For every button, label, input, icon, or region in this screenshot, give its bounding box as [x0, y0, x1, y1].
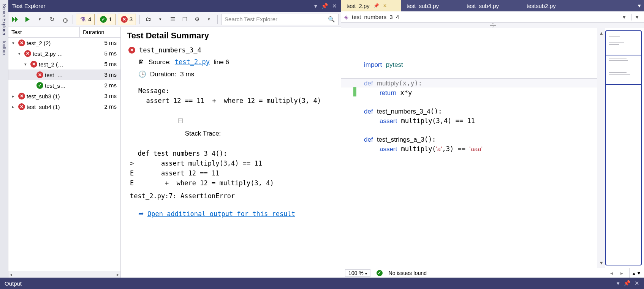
- stack-body: def test_numbers_3_4(): > assert multipl…: [130, 148, 335, 188]
- test-tree-item[interactable]: ▸✕test_sub3 (1)3 ms: [8, 91, 120, 101]
- pass-icon: ✓: [36, 82, 43, 89]
- editor-tab[interactable]: test_sub3.py: [401, 0, 461, 11]
- fail-icon: ✕: [36, 71, 43, 78]
- source-link[interactable]: test_2.py: [175, 58, 210, 66]
- open-output-link[interactable]: Open additional output for this result: [147, 210, 295, 218]
- zoom-level[interactable]: 100 % ▾: [345, 269, 370, 277]
- message-body: assert 12 == 11 + where 12 = multiply(3,…: [138, 96, 335, 106]
- tree-header: Test Duration: [8, 27, 120, 38]
- error-line: test_2.py:7: AssertionError: [130, 191, 335, 201]
- close-icon[interactable]: ✕: [332, 3, 337, 9]
- test-tree-item[interactable]: ▾✕test_2 (…5 ms: [8, 59, 120, 69]
- stop-icon[interactable]: [59, 14, 69, 25]
- fail-icon: ✕: [24, 50, 31, 57]
- columns-icon[interactable]: ❐: [180, 14, 190, 25]
- scroll-left-icon[interactable]: ◂: [610, 270, 613, 276]
- editor-tab[interactable]: test_sub4.py: [461, 0, 521, 11]
- expander-icon[interactable]: ▾: [24, 62, 29, 67]
- window-menu-icon[interactable]: ▾: [314, 3, 317, 9]
- scroll-up-icon[interactable]: ▴: [600, 30, 603, 36]
- pin-icon[interactable]: 📌: [623, 280, 631, 287]
- test-label: test_2 (…: [39, 61, 63, 68]
- server-explorer-tab[interactable]: Server Explorer: [2, 2, 7, 38]
- fail-icon: ✕: [18, 93, 25, 99]
- collapsed-tool-windows[interactable]: Server Explorer Toolbox: [0, 0, 8, 278]
- editor-tab[interactable]: testsub2.py: [521, 0, 581, 11]
- pass-icon: ✓: [100, 16, 107, 23]
- tab-label: test_sub3.py: [407, 3, 439, 9]
- search-input[interactable]: Search Test Explorer 🔍: [221, 14, 339, 25]
- group-by-icon[interactable]: ☰: [168, 14, 177, 25]
- filter-total[interactable]: ⚗ 4: [76, 14, 95, 25]
- scroll-right-icon[interactable]: ▸: [620, 270, 623, 276]
- scroll-up-icon[interactable]: ▴: [633, 270, 635, 276]
- svg-rect-1: [64, 19, 66, 22]
- window-menu-icon[interactable]: ▾: [617, 280, 620, 287]
- duration-label: Duration:: [150, 71, 176, 78]
- close-icon[interactable]: ✕: [635, 280, 639, 287]
- message-label: Message:: [138, 86, 335, 96]
- collapse-icon[interactable]: −: [178, 118, 183, 123]
- tab-label: test_sub4.py: [467, 3, 499, 9]
- detail-test-name: test_numbers_3_4: [139, 45, 201, 55]
- test-explorer-titlebar: Test Explorer ▾ 📌 ✕: [8, 0, 341, 12]
- clock-icon: 🕓: [138, 70, 146, 78]
- test-tree-item[interactable]: ▾✕test_2.py …5 ms: [8, 48, 120, 59]
- pin-icon[interactable]: 📌: [321, 3, 328, 9]
- tree-scrollbar[interactable]: ◂▸: [8, 271, 120, 278]
- editor-navbar: ◈ test_numbers_3_4 ▾ ▾: [341, 11, 644, 23]
- change-marker: [353, 87, 356, 96]
- test-duration: 2 ms: [82, 103, 120, 110]
- pass-icon: ✓: [377, 270, 383, 276]
- run-dropdown-icon[interactable]: ▾: [35, 14, 45, 25]
- pin-icon[interactable]: 📌: [373, 3, 379, 8]
- test-tree-item[interactable]: ✓test_s…2 ms: [8, 80, 120, 91]
- test-label: test_2.py …: [33, 51, 63, 57]
- repeat-icon[interactable]: ↻: [47, 14, 57, 25]
- col-duration[interactable]: Duration: [79, 27, 120, 37]
- run-icon[interactable]: [23, 14, 33, 25]
- tabbar-overflow-icon[interactable]: ▾: [638, 2, 641, 9]
- playlist-icon[interactable]: 🗂: [143, 14, 153, 25]
- code-editor[interactable]: import pytest def multiply(x,y): return …: [341, 28, 597, 268]
- settings-dropdown-icon[interactable]: ▾: [204, 14, 214, 25]
- expander-icon[interactable]: ▸: [12, 94, 17, 99]
- col-test[interactable]: Test: [8, 27, 79, 37]
- test-explorer-title: Test Explorer: [12, 3, 46, 9]
- test-tree-item[interactable]: ▸✕test_sub4 (1)2 ms: [8, 101, 120, 112]
- test-detail: Test Detail Summary ✕ test_numbers_3_4 🗎…: [121, 27, 341, 278]
- scroll-down-icon[interactable]: ▾: [638, 270, 640, 276]
- test-tree-item[interactable]: ✕test_…3 ms: [8, 69, 120, 80]
- vertical-scrollbar[interactable]: ▴ ▾: [597, 28, 605, 268]
- test-tree[interactable]: ▾✕test_2 (2)5 ms▾✕test_2.py …5 ms▾✕test_…: [8, 38, 120, 271]
- member-dropdown[interactable]: test_numbers_3_4 ▾: [351, 13, 628, 21]
- toolbox-tab[interactable]: Toolbox: [2, 38, 7, 58]
- issues-label: No issues found: [389, 270, 427, 276]
- test-duration: 5 ms: [82, 39, 120, 46]
- expander-icon[interactable]: ▾: [18, 51, 23, 56]
- scroll-down-icon[interactable]: ▾: [600, 259, 603, 266]
- expander-icon[interactable]: ▾: [12, 41, 17, 46]
- test-duration: 2 ms: [82, 82, 120, 89]
- test-label: test_…: [45, 72, 63, 78]
- test-label: test_2 (2): [27, 40, 51, 46]
- settings-icon[interactable]: ⚙: [192, 14, 202, 25]
- filter-failed[interactable]: ✕ 3: [118, 14, 136, 25]
- editor-tab[interactable]: test_2.py📌✕: [341, 0, 401, 11]
- playlist-dropdown-icon[interactable]: ▾: [155, 14, 165, 25]
- open-output-icon: ➦: [138, 210, 144, 218]
- filter-passed[interactable]: ✓ 1: [97, 14, 115, 25]
- test-label: test_sub4 (1): [27, 104, 60, 110]
- test-duration: 3 ms: [82, 93, 120, 99]
- editor-status-bar: 100 % ▾ ✓ No issues found ◂ ▸ ▴ ▾: [341, 268, 644, 278]
- fail-icon: ✕: [30, 61, 37, 68]
- close-icon[interactable]: ✕: [383, 3, 387, 8]
- split-grip[interactable]: [341, 23, 644, 28]
- fail-icon: ✕: [18, 39, 25, 46]
- search-placeholder: Search Test Explorer: [225, 16, 277, 22]
- run-all-icon[interactable]: [11, 14, 21, 25]
- minimap[interactable]: [605, 30, 642, 265]
- nav-secondary-dropdown[interactable]: ▾: [631, 14, 639, 21]
- test-tree-item[interactable]: ▾✕test_2 (2)5 ms: [8, 38, 120, 48]
- expander-icon[interactable]: ▸: [12, 104, 17, 109]
